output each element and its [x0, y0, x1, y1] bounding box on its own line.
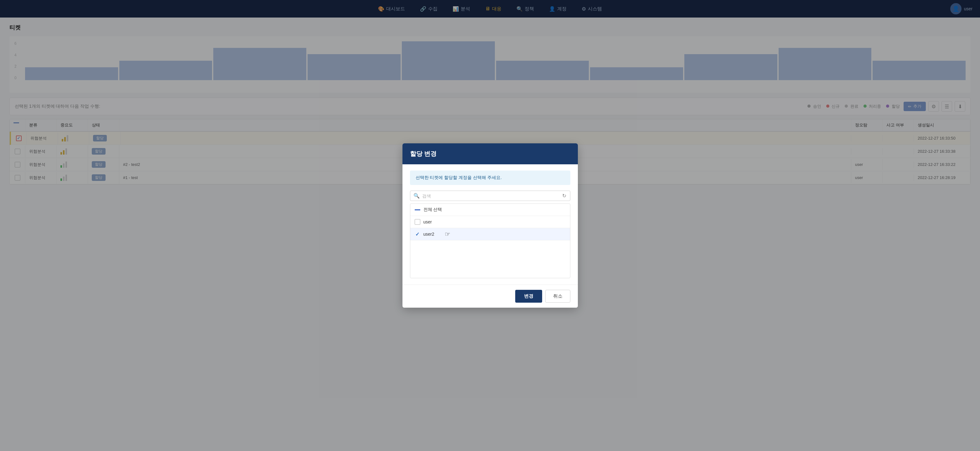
- modal-overlay[interactable]: 할당 변경 선택한 티켓에 할당할 계정을 선택해 주세요. 🔍 ↻ 전체 선택: [0, 0, 980, 451]
- user-item-label: user: [423, 219, 432, 224]
- confirm-button[interactable]: 변경: [515, 290, 542, 303]
- modal-info-box: 선택한 티켓에 할당할 계정을 선택해 주세요.: [410, 171, 570, 185]
- list-item-select-all[interactable]: 전체 선택: [410, 204, 570, 216]
- modal-info-text: 선택한 티켓에 할당할 계정을 선택해 주세요.: [415, 175, 502, 180]
- search-icon: 🔍: [414, 193, 420, 199]
- modal-footer: 변경 취소: [402, 284, 578, 308]
- select-all-label: 전체 선택: [423, 207, 442, 213]
- search-box: 🔍 ↻: [410, 191, 570, 201]
- user2-item-label: user2: [423, 232, 434, 237]
- modal-dialog: 할당 변경 선택한 티켓에 할당할 계정을 선택해 주세요. 🔍 ↻ 전체 선택: [402, 143, 578, 308]
- list-item-user[interactable]: user: [410, 216, 570, 228]
- refresh-button[interactable]: ↻: [562, 193, 567, 199]
- empty-list-area: [410, 240, 570, 278]
- modal-title: 할당 변경: [410, 150, 437, 157]
- cancel-button[interactable]: 취소: [545, 290, 570, 303]
- cursor-indicator: ☞: [445, 230, 450, 238]
- partial-check-icon: [415, 210, 420, 210]
- unchecked-checkbox: [415, 219, 420, 225]
- search-input[interactable]: [422, 194, 562, 199]
- modal-header: 할당 변경: [402, 143, 578, 164]
- checked-checkbox: ✓: [415, 231, 420, 237]
- list-item-user2[interactable]: ✓ user2 ☞: [410, 228, 570, 240]
- user-list: 전체 선택 user ✓ user2 ☞: [410, 203, 570, 278]
- modal-body: 선택한 티켓에 할당할 계정을 선택해 주세요. 🔍 ↻ 전체 선택 user: [402, 164, 578, 284]
